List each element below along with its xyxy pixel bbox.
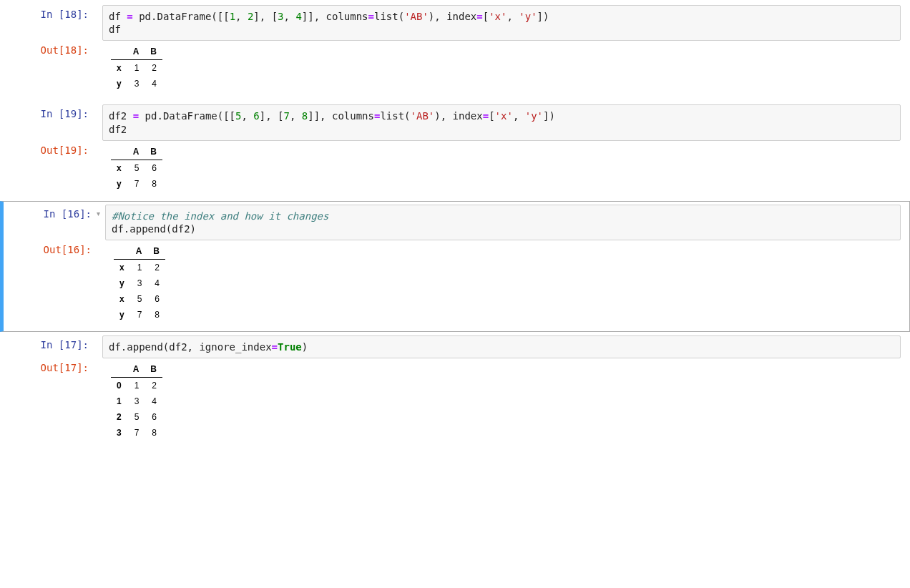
table-cell: 1: [130, 260, 148, 276]
input-prompt: In [18]:: [1, 5, 94, 24]
table-cell: 1: [127, 378, 145, 394]
table-cell: 4: [147, 275, 165, 291]
table-row: 134: [111, 393, 162, 409]
collapse-arrow-icon[interactable]: ▾: [97, 205, 105, 220]
table-corner: [111, 361, 127, 378]
table-cell: 8: [147, 307, 165, 323]
input-prompt: In [19]:: [1, 104, 94, 123]
table-cell: 4: [145, 76, 162, 92]
row-index: x: [111, 160, 127, 176]
column-header: B: [147, 243, 165, 260]
dataframe-table: AB012134256378: [111, 361, 162, 441]
table-corner: [111, 44, 127, 60]
output-area: ABx56y78: [102, 141, 909, 197]
column-header: B: [145, 44, 162, 60]
code-input[interactable]: #Notice the index and how it changes df.…: [105, 205, 901, 240]
table-cell: 6: [147, 291, 165, 307]
table-cell: 5: [127, 409, 145, 425]
row-index: x: [114, 291, 130, 307]
code-input[interactable]: df = pd.DataFrame([[1, 2], [3, 4]], colu…: [102, 5, 901, 41]
column-header: A: [127, 144, 145, 160]
table-cell: 2: [147, 260, 165, 276]
output-prompt: Out[16]:: [4, 240, 97, 259]
notebook-cell[interactable]: In [19]:▾df2 = pd.DataFrame([[5, 6], [7,…: [0, 101, 910, 200]
row-index: x: [114, 260, 130, 276]
row-index: y: [114, 275, 130, 291]
row-index: 2: [111, 409, 127, 425]
table-cell: 1: [127, 60, 145, 77]
table-row: 378: [111, 425, 162, 441]
code-input[interactable]: df.append(df2, ignore_index=True): [102, 335, 901, 358]
table-corner: [114, 243, 130, 260]
table-corner: [111, 144, 127, 160]
table-row: x12: [111, 60, 162, 77]
table-row: y78: [111, 176, 162, 192]
input-prompt: In [16]:: [4, 205, 97, 223]
table-cell: 5: [130, 291, 148, 307]
row-index: y: [114, 307, 130, 323]
notebook-cell[interactable]: In [18]:▾df = pd.DataFrame([[1, 2], [3, …: [0, 1, 910, 101]
column-header: B: [145, 361, 162, 378]
output-prompt: Out[18]:: [1, 41, 94, 59]
table-row: 256: [111, 409, 162, 425]
table-cell: 2: [145, 60, 162, 77]
table-cell: 6: [145, 409, 162, 425]
column-header: A: [127, 361, 145, 378]
output-prompt: Out[19]:: [1, 141, 94, 160]
table-cell: 8: [145, 176, 162, 192]
table-cell: 3: [127, 393, 145, 409]
table-row: 012: [111, 378, 162, 394]
table-cell: 7: [127, 425, 145, 441]
output-area: ABx12y34: [102, 41, 909, 97]
column-header: B: [145, 144, 162, 160]
table-row: x56: [114, 291, 165, 307]
dataframe-table: ABx12y34: [111, 44, 162, 92]
dataframe-table: ABx56y78: [111, 144, 162, 192]
row-index: y: [111, 76, 127, 92]
output-area: ABx12y34x56y78: [105, 240, 909, 328]
dataframe-table: ABx12y34x56y78: [114, 243, 165, 323]
output-prompt: Out[17]:: [1, 358, 94, 377]
row-index: 1: [111, 393, 127, 409]
input-prompt: In [17]:: [1, 335, 94, 354]
row-index: 3: [111, 425, 127, 441]
output-area: AB012134256378: [102, 358, 909, 446]
table-cell: 5: [127, 160, 145, 176]
row-index: 0: [111, 378, 127, 394]
notebook-cell[interactable]: In [16]:▾#Notice the index and how it ch…: [0, 201, 910, 332]
table-cell: 2: [145, 378, 162, 394]
table-row: y78: [114, 307, 165, 323]
table-cell: 7: [130, 307, 148, 323]
notebook-cell[interactable]: In [17]:▾df.append(df2, ignore_index=Tru…: [0, 332, 910, 450]
row-index: x: [111, 60, 127, 77]
code-input[interactable]: df2 = pd.DataFrame([[5, 6], [7, 8]], col…: [102, 104, 901, 140]
table-row: x56: [111, 160, 162, 176]
table-row: y34: [114, 275, 165, 291]
table-cell: 7: [127, 176, 145, 192]
row-index: y: [111, 176, 127, 192]
table-cell: 4: [145, 393, 162, 409]
table-cell: 6: [145, 160, 162, 176]
table-cell: 3: [127, 76, 145, 92]
table-cell: 8: [145, 425, 162, 441]
notebook-container: In [18]:▾df = pd.DataFrame([[1, 2], [3, …: [0, 0, 910, 450]
table-row: x12: [114, 260, 165, 276]
column-header: A: [130, 243, 148, 260]
table-cell: 3: [130, 275, 148, 291]
table-row: y34: [111, 76, 162, 92]
column-header: A: [127, 44, 145, 60]
